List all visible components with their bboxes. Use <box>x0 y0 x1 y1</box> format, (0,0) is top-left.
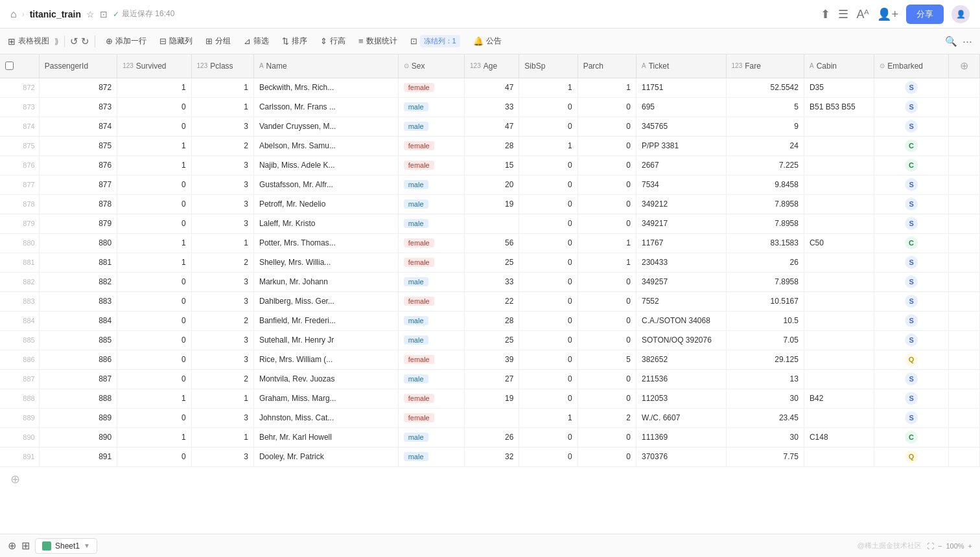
cell-embarked[interactable]: S <box>874 291 948 311</box>
col-header-ticket[interactable]: ATicket <box>636 54 727 78</box>
cell-sex[interactable]: female <box>398 389 464 408</box>
cell-sibsp[interactable]: 0 <box>519 369 578 389</box>
cell-ticket[interactable]: P/PP 3381 <box>636 136 727 155</box>
cell-age[interactable]: 47 <box>465 78 519 97</box>
table-row[interactable]: 884 884 0 2 Banfield, Mr. Frederi... mal… <box>0 311 980 330</box>
cell-name[interactable]: Shelley, Mrs. Willia... <box>253 253 398 272</box>
cell-sibsp[interactable]: 0 <box>519 155 578 175</box>
cell-ticket[interactable]: 382652 <box>636 350 727 369</box>
cell-embarked[interactable]: S <box>874 253 948 272</box>
cell-age[interactable] <box>465 408 519 427</box>
undo-icon[interactable]: ↺ <box>70 36 78 47</box>
cell-fare[interactable]: 30 <box>726 389 804 408</box>
cell-ticket[interactable]: 112053 <box>636 389 727 408</box>
cell-embarked[interactable]: S <box>874 117 948 136</box>
cell-name[interactable]: Graham, Miss. Marg... <box>253 389 398 408</box>
cell-age[interactable]: 22 <box>465 291 519 311</box>
upload-icon[interactable]: ⬆ <box>821 7 830 21</box>
cell-cabin[interactable]: C148 <box>804 427 874 447</box>
cell-name[interactable]: Johnston, Miss. Cat... <box>253 408 398 427</box>
group-button[interactable]: ⊞ 分组 <box>200 33 236 49</box>
cell-sex[interactable]: male <box>398 194 464 214</box>
table-row[interactable]: 882 882 0 3 Markun, Mr. Johann male 33 0… <box>0 272 980 291</box>
table-row[interactable]: 883 883 0 3 Dahlberg, Miss. Ger... femal… <box>0 291 980 311</box>
cell-sibsp[interactable]: 1 <box>519 78 578 97</box>
cell-parch[interactable]: 0 <box>578 175 636 194</box>
cell-sex[interactable]: male <box>398 447 464 466</box>
cell-pclass[interactable]: 3 <box>191 117 253 136</box>
cell-pclass[interactable]: 3 <box>191 175 253 194</box>
cell-embarked[interactable]: C <box>874 136 948 155</box>
col-header-cabin[interactable]: ACabin <box>804 54 874 78</box>
cell-name[interactable]: Laleff, Mr. Kristo <box>253 214 398 233</box>
cell-survived[interactable]: 0 <box>117 369 191 389</box>
cell-passengerid[interactable]: 881 <box>39 253 117 272</box>
cell-parch[interactable]: 0 <box>578 97 636 117</box>
cell-pclass[interactable]: 3 <box>191 214 253 233</box>
cell-sex[interactable]: male <box>398 97 464 117</box>
cell-survived[interactable]: 0 <box>117 447 191 466</box>
cell-sex[interactable]: female <box>398 78 464 97</box>
cell-age[interactable]: 47 <box>465 117 519 136</box>
col-header-passengerid[interactable]: PassengerId <box>39 54 117 78</box>
cell-passengerid[interactable]: 880 <box>39 233 117 253</box>
cell-age[interactable]: 15 <box>465 155 519 175</box>
cell-fare[interactable]: 29.125 <box>726 350 804 369</box>
cell-embarked[interactable]: S <box>874 175 948 194</box>
cell-pclass[interactable]: 3 <box>191 447 253 466</box>
toolbar-expand-icon[interactable]: ⟫ <box>54 37 59 46</box>
col-header-pclass[interactable]: 123Pclass <box>191 54 253 78</box>
cell-fare[interactable]: 5 <box>726 97 804 117</box>
cell-cabin[interactable]: D35 <box>804 78 874 97</box>
table-row[interactable]: 887 887 0 2 Montvila, Rev. Juozas male 2… <box>0 369 980 389</box>
cell-sibsp[interactable]: 0 <box>519 330 578 350</box>
cell-ticket[interactable]: 345765 <box>636 117 727 136</box>
cell-sex[interactable]: male <box>398 311 464 330</box>
col-header-sibsp[interactable]: SibSp <box>519 54 578 78</box>
cell-sibsp[interactable]: 0 <box>519 253 578 272</box>
cell-parch[interactable]: 0 <box>578 330 636 350</box>
cell-sibsp[interactable]: 0 <box>519 311 578 330</box>
cell-sex[interactable]: female <box>398 136 464 155</box>
cell-age[interactable]: 27 <box>465 369 519 389</box>
cell-embarked[interactable]: C <box>874 427 948 447</box>
cell-age[interactable]: 39 <box>465 350 519 369</box>
cell-sibsp[interactable]: 0 <box>519 447 578 466</box>
cell-passengerid[interactable]: 879 <box>39 214 117 233</box>
cell-cabin[interactable]: B42 <box>804 389 874 408</box>
cell-passengerid[interactable]: 876 <box>39 155 117 175</box>
cell-survived[interactable]: 0 <box>117 350 191 369</box>
cell-sibsp[interactable]: 1 <box>519 408 578 427</box>
cell-sibsp[interactable]: 0 <box>519 272 578 291</box>
cell-ticket[interactable]: 11767 <box>636 233 727 253</box>
cell-survived[interactable]: 0 <box>117 117 191 136</box>
sort-button[interactable]: ⇅ 排序 <box>277 33 312 49</box>
cell-survived[interactable]: 0 <box>117 214 191 233</box>
announcement-button[interactable]: 🔔 公告 <box>468 33 507 49</box>
fullscreen-icon[interactable]: ⛶ <box>927 542 934 550</box>
cell-fare[interactable]: 7.8958 <box>726 194 804 214</box>
table-row[interactable]: 879 879 0 3 Laleff, Mr. Kristo male 0 0 … <box>0 214 980 233</box>
cell-cabin[interactable]: C50 <box>804 233 874 253</box>
cell-pclass[interactable]: 3 <box>191 291 253 311</box>
cell-embarked[interactable]: Q <box>874 350 948 369</box>
cell-name[interactable]: Petroff, Mr. Nedelio <box>253 194 398 214</box>
col-header-parch[interactable]: Parch <box>578 54 636 78</box>
cell-cabin[interactable] <box>804 311 874 330</box>
cell-age[interactable]: 25 <box>465 330 519 350</box>
cell-age[interactable]: 26 <box>465 427 519 447</box>
cell-sex[interactable]: male <box>398 330 464 350</box>
table-row[interactable]: 873 873 0 1 Carlsson, Mr. Frans ... male… <box>0 97 980 117</box>
cell-passengerid[interactable]: 873 <box>39 97 117 117</box>
cell-sibsp[interactable]: 0 <box>519 117 578 136</box>
cell-survived[interactable]: 0 <box>117 330 191 350</box>
cell-passengerid[interactable]: 884 <box>39 311 117 330</box>
cell-passengerid[interactable]: 874 <box>39 117 117 136</box>
cell-fare[interactable]: 24 <box>726 136 804 155</box>
cell-cabin[interactable] <box>804 272 874 291</box>
zoom-in-icon[interactable]: + <box>968 542 972 550</box>
cell-age[interactable]: 32 <box>465 447 519 466</box>
layers-icon[interactable]: ⊞ <box>21 540 30 552</box>
hide-cols-button[interactable]: ⊟ 隐藏列 <box>154 33 198 49</box>
cell-sibsp[interactable]: 0 <box>519 194 578 214</box>
